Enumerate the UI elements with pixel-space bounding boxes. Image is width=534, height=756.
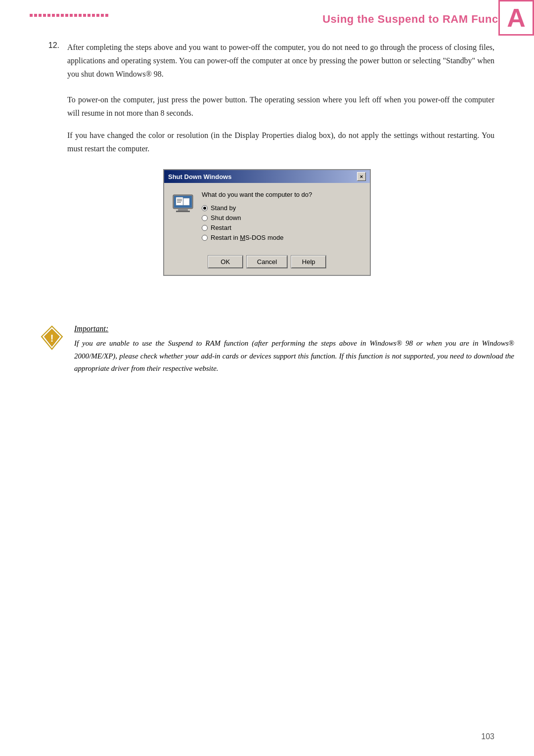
svg-text:!: ! — [50, 333, 54, 344]
dialog-close-button[interactable]: × — [357, 172, 366, 181]
header-dot — [79, 14, 82, 17]
header-dot — [83, 14, 86, 17]
important-label: Important: — [74, 324, 514, 333]
dialog-question: What do you want the computer to do? — [202, 191, 360, 198]
header-dot — [30, 14, 33, 17]
step-content: After completing the steps above and you… — [67, 41, 494, 81]
important-text-block: Important: If you are unable to use the … — [74, 324, 514, 375]
radio-standby-label: Stand by — [211, 204, 236, 212]
chapter-title: Using the Suspend to RAM Function — [322, 13, 519, 26]
header-dot — [88, 14, 90, 17]
dialog-options: What do you want the computer to do? Sta… — [202, 191, 360, 244]
shutdown-dialog: Shut Down Windows × What do you want the… — [163, 169, 371, 276]
radio-restart-msdos[interactable]: Restart in MS-DOS mode — [202, 234, 360, 241]
header-dot — [105, 14, 108, 17]
radio-restart-label: Restart — [211, 224, 231, 231]
dialog-icon — [171, 191, 195, 215]
radio-standby[interactable]: Stand by — [202, 204, 360, 212]
radio-msdos-label: Restart in MS-DOS mode — [211, 234, 283, 241]
dialog-body: What do you want the computer to do? Sta… — [164, 183, 370, 251]
radio-shutdown[interactable]: Shut down — [202, 214, 360, 222]
ok-button[interactable]: OK — [208, 256, 243, 268]
paragraph-3: If you have changed the color or resolut… — [67, 129, 494, 155]
important-body: If you are unable to use the Suspend to … — [74, 337, 514, 375]
dialog-titlebar: Shut Down Windows × — [164, 170, 370, 183]
dialog-title: Shut Down Windows — [168, 173, 231, 180]
main-content: 12. After completing the steps above and… — [0, 31, 534, 310]
step-paragraph-1: After completing the steps above and you… — [67, 41, 494, 81]
header-dot — [52, 14, 55, 17]
radio-standby-circle[interactable] — [202, 205, 208, 211]
header-dot — [92, 14, 95, 17]
cancel-button[interactable]: Cancel — [247, 256, 287, 268]
help-button[interactable]: Help — [291, 256, 326, 268]
svg-rect-3 — [176, 211, 190, 212]
header-dot — [61, 14, 64, 17]
radio-shutdown-circle[interactable] — [202, 215, 208, 221]
header-dot — [65, 14, 68, 17]
svg-rect-4 — [176, 197, 183, 205]
svg-rect-5 — [183, 198, 189, 205]
paragraph-2: To power-on the computer, just press the… — [67, 93, 494, 120]
page-number: 103 — [481, 732, 494, 741]
radio-restart[interactable]: Restart — [202, 224, 360, 231]
radio-msdos-circle[interactable] — [202, 235, 208, 241]
radio-shutdown-label: Shut down — [211, 214, 241, 222]
step-12: 12. After completing the steps above and… — [40, 41, 494, 81]
radio-restart-circle[interactable] — [202, 225, 208, 231]
dialog-button-row: OK Cancel Help — [164, 251, 370, 275]
important-icon: ! — [40, 325, 64, 350]
important-section: ! Important: If you are unable to use th… — [40, 324, 514, 375]
svg-rect-2 — [178, 209, 188, 211]
page-header: Using the Suspend to RAM Function A — [0, 0, 534, 26]
step-number: 12. — [40, 41, 59, 81]
header-dot — [43, 14, 46, 17]
header-dot — [47, 14, 50, 17]
header-dot — [101, 14, 104, 17]
header-dot — [70, 14, 73, 17]
header-dot — [96, 14, 99, 17]
header-dot — [34, 14, 37, 17]
chapter-letter: A — [498, 0, 534, 36]
decorative-dots — [30, 14, 108, 17]
header-dot — [39, 14, 42, 17]
header-dot — [74, 14, 77, 17]
header-dot — [56, 14, 59, 17]
